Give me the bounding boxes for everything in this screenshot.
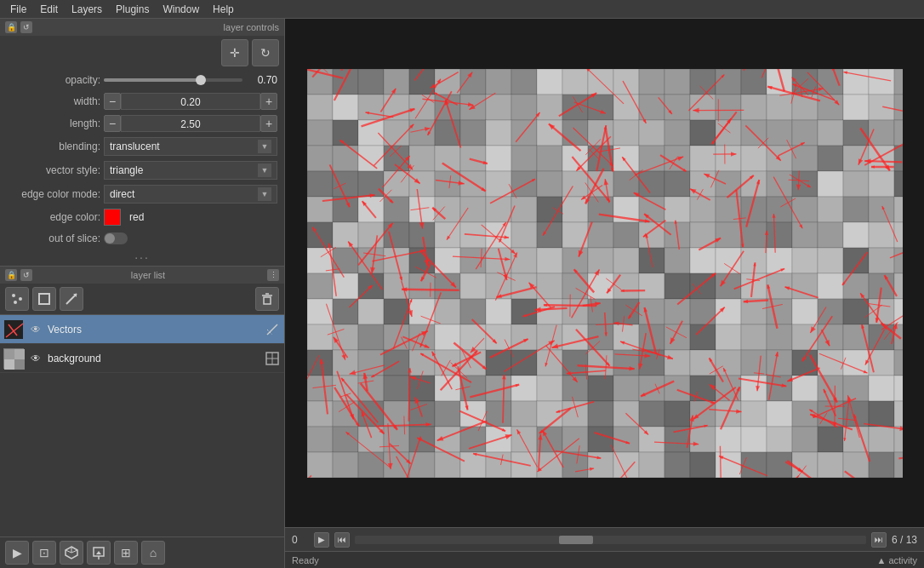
new-vectors-layer-btn[interactable] bbox=[60, 287, 83, 311]
status-bar: Ready ▲ activity bbox=[285, 551, 924, 568]
out-of-slice-toggle[interactable] bbox=[104, 232, 128, 244]
layer-controls-section: 🔒 ↺ layer controls ✛ ↻ opacity: 0.70 bbox=[0, 19, 284, 267]
svg-line-11 bbox=[267, 324, 277, 335]
home-btn[interactable]: ⌂ bbox=[141, 541, 165, 565]
new-shapes-layer-btn[interactable] bbox=[32, 287, 56, 311]
menu-edit[interactable]: Edit bbox=[33, 2, 65, 17]
blending-dropdown-arrow: ▼ bbox=[258, 140, 271, 153]
terminal-btn[interactable]: ▶ bbox=[5, 541, 29, 565]
move-tool-btn[interactable]: ✛ bbox=[221, 39, 248, 66]
square-btn[interactable]: ⊡ bbox=[32, 541, 56, 565]
width-label: width: bbox=[7, 95, 100, 107]
length-row: length: − 2.50 + bbox=[0, 112, 284, 135]
length-decrement-btn[interactable]: − bbox=[104, 115, 121, 132]
left-panel: 🔒 ↺ layer controls ✛ ↻ opacity: 0.70 bbox=[0, 19, 285, 568]
width-value[interactable]: 0.20 bbox=[121, 93, 260, 110]
edge-color-label: edge color: bbox=[7, 211, 100, 223]
opacity-slider-track[interactable] bbox=[104, 78, 242, 82]
length-label: length: bbox=[7, 118, 100, 129]
svg-line-22 bbox=[66, 550, 71, 553]
background-layer-visibility[interactable]: 👁 bbox=[27, 350, 44, 367]
layer-list-refresh-icon[interactable]: ↺ bbox=[20, 269, 32, 281]
vector-style-row: vector style: triangle ▼ bbox=[0, 158, 284, 182]
new-points-layer-btn[interactable] bbox=[5, 287, 29, 311]
vectors-layer-thumb bbox=[3, 319, 24, 340]
background-layer-type-icon bbox=[264, 350, 281, 367]
layer-tool-row: ✛ ↻ bbox=[0, 36, 284, 70]
svg-rect-13 bbox=[4, 349, 14, 359]
refresh-icon[interactable]: ↺ bbox=[20, 21, 32, 33]
svg-rect-3 bbox=[39, 294, 49, 304]
play-btn[interactable]: ▶ bbox=[314, 532, 329, 548]
blending-label: blending: bbox=[7, 141, 100, 152]
layer-list-menu-icon[interactable]: ⋮ bbox=[267, 269, 279, 281]
menu-help[interactable]: Help bbox=[206, 2, 241, 17]
main-canvas[interactable] bbox=[307, 69, 903, 478]
export-btn[interactable] bbox=[87, 541, 111, 565]
menu-layers[interactable]: Layers bbox=[65, 2, 109, 17]
canvas-area: 0 ▶ ⏮ ⏭ 6 / 13 Ready ▲ activity bbox=[285, 19, 924, 568]
edge-color-row: edge color: red bbox=[0, 206, 284, 228]
menu-file[interactable]: File bbox=[3, 2, 33, 17]
opacity-value: 0.70 bbox=[248, 74, 277, 86]
width-decrement-btn[interactable]: − bbox=[104, 93, 121, 110]
layer-item-background[interactable]: 👁 background bbox=[0, 344, 284, 373]
page-info: 6 / 13 bbox=[892, 534, 917, 546]
delete-layer-btn[interactable] bbox=[255, 287, 279, 311]
blending-row: blending: translucent ▼ bbox=[0, 135, 284, 158]
vector-style-value: triangle bbox=[110, 164, 258, 176]
length-input: − 2.50 + bbox=[104, 115, 277, 132]
edge-color-mode-value: direct bbox=[110, 188, 258, 200]
svg-rect-15 bbox=[4, 359, 14, 370]
out-of-slice-label: out of slice: bbox=[7, 232, 100, 244]
length-value[interactable]: 2.50 bbox=[121, 115, 260, 132]
menubar: File Edit Layers Plugins Window Help bbox=[0, 0, 924, 19]
dots-divider: ··· bbox=[0, 249, 284, 266]
edge-color-value: red bbox=[129, 211, 277, 223]
edge-color-mode-dropdown[interactable]: direct ▼ bbox=[104, 185, 277, 204]
vector-style-dropdown-arrow: ▼ bbox=[258, 164, 271, 177]
menu-plugins[interactable]: Plugins bbox=[109, 2, 156, 17]
edge-color-mode-dropdown-arrow: ▼ bbox=[258, 187, 271, 201]
width-input: − 0.20 + bbox=[104, 93, 277, 110]
toggle-thumb bbox=[105, 233, 115, 244]
layer-item-vectors[interactable]: 👁 Vectors bbox=[0, 315, 284, 344]
cube-btn[interactable] bbox=[60, 541, 83, 565]
prev-frame-btn[interactable]: ⏮ bbox=[334, 532, 350, 548]
blending-value: translucent bbox=[110, 141, 258, 152]
status-text: Ready bbox=[292, 555, 319, 565]
menu-window[interactable]: Window bbox=[156, 2, 206, 17]
svg-rect-14 bbox=[14, 349, 25, 359]
vector-style-label: vector style: bbox=[7, 164, 100, 176]
edge-color-swatch[interactable] bbox=[104, 209, 121, 226]
width-increment-btn[interactable]: + bbox=[260, 93, 277, 110]
canvas-viewport[interactable] bbox=[285, 19, 924, 527]
opacity-row: opacity: 0.70 bbox=[0, 70, 284, 90]
layer-list-title: layer list bbox=[131, 270, 165, 280]
image-canvas bbox=[307, 69, 903, 478]
vectors-layer-type-icon bbox=[264, 321, 281, 338]
layer-list-lock-icon[interactable]: 🔒 bbox=[5, 269, 17, 281]
transform-tool-btn[interactable]: ↻ bbox=[252, 39, 279, 66]
layer-list-section: 🔒 ↺ layer list ⋮ bbox=[0, 267, 284, 536]
opacity-slider-container: 0.70 bbox=[104, 74, 277, 86]
bottom-toolbar: ▶ ⊡ ⊞ ⌂ bbox=[0, 536, 284, 568]
end-frame-btn[interactable]: ⏭ bbox=[871, 532, 887, 548]
out-of-slice-row: out of slice: bbox=[0, 228, 284, 249]
layer-controls-header: 🔒 ↺ layer controls bbox=[0, 19, 284, 36]
svg-point-0 bbox=[12, 294, 15, 297]
timeline-scrubber[interactable] bbox=[355, 536, 866, 544]
svg-marker-26 bbox=[96, 551, 101, 554]
svg-line-23 bbox=[71, 550, 77, 553]
vectors-layer-visibility[interactable]: 👁 bbox=[27, 321, 44, 338]
blending-dropdown[interactable]: translucent ▼ bbox=[104, 137, 277, 156]
length-increment-btn[interactable]: + bbox=[260, 115, 277, 132]
activity-text: ▲ activity bbox=[876, 555, 917, 565]
width-row: width: − 0.20 + bbox=[0, 90, 284, 112]
opacity-slider-fill bbox=[104, 78, 201, 82]
scrubber-thumb bbox=[559, 536, 593, 544]
vector-style-dropdown[interactable]: triangle ▼ bbox=[104, 161, 277, 180]
grid-btn[interactable]: ⊞ bbox=[114, 541, 138, 565]
svg-line-9 bbox=[6, 324, 23, 337]
lock-icon[interactable]: 🔒 bbox=[5, 21, 17, 33]
